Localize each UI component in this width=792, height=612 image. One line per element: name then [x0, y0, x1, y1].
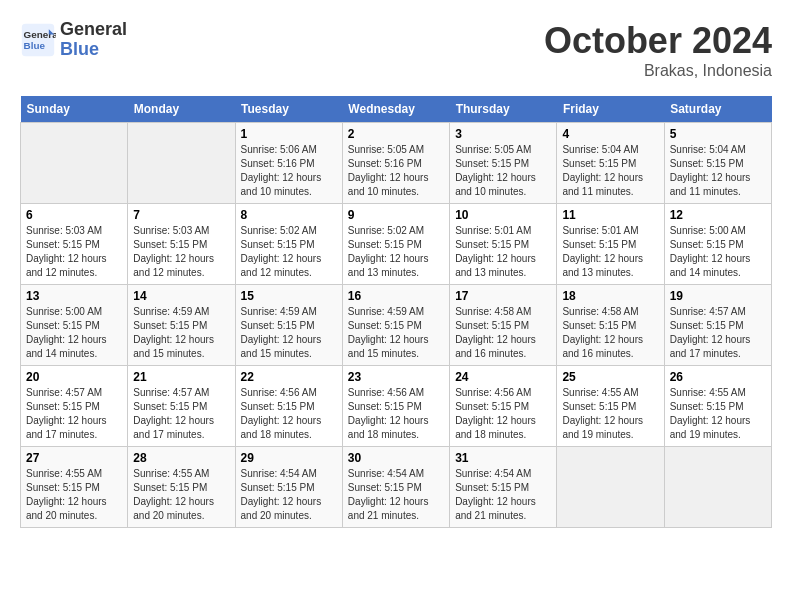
day-number: 11 [562, 208, 658, 222]
day-number: 1 [241, 127, 337, 141]
calendar-cell: 20Sunrise: 4:57 AM Sunset: 5:15 PM Dayli… [21, 366, 128, 447]
day-info: Sunrise: 4:58 AM Sunset: 5:15 PM Dayligh… [562, 305, 658, 361]
weekday-header: Sunday [21, 96, 128, 123]
calendar-cell: 28Sunrise: 4:55 AM Sunset: 5:15 PM Dayli… [128, 447, 235, 528]
day-info: Sunrise: 4:57 AM Sunset: 5:15 PM Dayligh… [26, 386, 122, 442]
day-number: 24 [455, 370, 551, 384]
calendar-cell: 5Sunrise: 5:04 AM Sunset: 5:15 PM Daylig… [664, 123, 771, 204]
day-info: Sunrise: 4:54 AM Sunset: 5:15 PM Dayligh… [241, 467, 337, 523]
day-info: Sunrise: 4:59 AM Sunset: 5:15 PM Dayligh… [241, 305, 337, 361]
day-number: 13 [26, 289, 122, 303]
calendar-cell: 26Sunrise: 4:55 AM Sunset: 5:15 PM Dayli… [664, 366, 771, 447]
day-number: 9 [348, 208, 444, 222]
logo-icon: General Blue [20, 22, 56, 58]
day-info: Sunrise: 5:03 AM Sunset: 5:15 PM Dayligh… [26, 224, 122, 280]
day-number: 26 [670, 370, 766, 384]
calendar-cell: 2Sunrise: 5:05 AM Sunset: 5:16 PM Daylig… [342, 123, 449, 204]
day-info: Sunrise: 5:06 AM Sunset: 5:16 PM Dayligh… [241, 143, 337, 199]
day-number: 27 [26, 451, 122, 465]
day-info: Sunrise: 5:04 AM Sunset: 5:15 PM Dayligh… [562, 143, 658, 199]
day-info: Sunrise: 4:58 AM Sunset: 5:15 PM Dayligh… [455, 305, 551, 361]
calendar-cell [128, 123, 235, 204]
day-number: 28 [133, 451, 229, 465]
calendar-cell: 21Sunrise: 4:57 AM Sunset: 5:15 PM Dayli… [128, 366, 235, 447]
calendar-cell: 15Sunrise: 4:59 AM Sunset: 5:15 PM Dayli… [235, 285, 342, 366]
calendar-cell [557, 447, 664, 528]
calendar-cell: 10Sunrise: 5:01 AM Sunset: 5:15 PM Dayli… [450, 204, 557, 285]
day-number: 19 [670, 289, 766, 303]
title-block: October 2024 Brakas, Indonesia [544, 20, 772, 80]
day-number: 23 [348, 370, 444, 384]
day-info: Sunrise: 4:54 AM Sunset: 5:15 PM Dayligh… [348, 467, 444, 523]
day-info: Sunrise: 4:55 AM Sunset: 5:15 PM Dayligh… [562, 386, 658, 442]
day-info: Sunrise: 5:05 AM Sunset: 5:16 PM Dayligh… [348, 143, 444, 199]
calendar-cell [21, 123, 128, 204]
month-title: October 2024 [544, 20, 772, 62]
calendar-week-row: 6Sunrise: 5:03 AM Sunset: 5:15 PM Daylig… [21, 204, 772, 285]
day-info: Sunrise: 4:59 AM Sunset: 5:15 PM Dayligh… [348, 305, 444, 361]
day-info: Sunrise: 4:59 AM Sunset: 5:15 PM Dayligh… [133, 305, 229, 361]
calendar-cell: 16Sunrise: 4:59 AM Sunset: 5:15 PM Dayli… [342, 285, 449, 366]
calendar-cell: 4Sunrise: 5:04 AM Sunset: 5:15 PM Daylig… [557, 123, 664, 204]
day-number: 5 [670, 127, 766, 141]
calendar-cell: 30Sunrise: 4:54 AM Sunset: 5:15 PM Dayli… [342, 447, 449, 528]
calendar-cell: 25Sunrise: 4:55 AM Sunset: 5:15 PM Dayli… [557, 366, 664, 447]
day-number: 2 [348, 127, 444, 141]
calendar-cell: 31Sunrise: 4:54 AM Sunset: 5:15 PM Dayli… [450, 447, 557, 528]
day-info: Sunrise: 5:02 AM Sunset: 5:15 PM Dayligh… [241, 224, 337, 280]
day-number: 6 [26, 208, 122, 222]
svg-text:Blue: Blue [24, 40, 46, 51]
logo-line1: General [60, 20, 127, 40]
day-number: 8 [241, 208, 337, 222]
day-info: Sunrise: 5:02 AM Sunset: 5:15 PM Dayligh… [348, 224, 444, 280]
day-number: 10 [455, 208, 551, 222]
day-number: 22 [241, 370, 337, 384]
day-number: 30 [348, 451, 444, 465]
calendar-cell: 6Sunrise: 5:03 AM Sunset: 5:15 PM Daylig… [21, 204, 128, 285]
calendar-week-row: 13Sunrise: 5:00 AM Sunset: 5:15 PM Dayli… [21, 285, 772, 366]
calendar-cell: 12Sunrise: 5:00 AM Sunset: 5:15 PM Dayli… [664, 204, 771, 285]
weekday-header: Monday [128, 96, 235, 123]
calendar-week-row: 27Sunrise: 4:55 AM Sunset: 5:15 PM Dayli… [21, 447, 772, 528]
day-info: Sunrise: 4:55 AM Sunset: 5:15 PM Dayligh… [670, 386, 766, 442]
day-info: Sunrise: 5:00 AM Sunset: 5:15 PM Dayligh… [26, 305, 122, 361]
day-number: 20 [26, 370, 122, 384]
calendar-cell: 18Sunrise: 4:58 AM Sunset: 5:15 PM Dayli… [557, 285, 664, 366]
calendar-cell: 24Sunrise: 4:56 AM Sunset: 5:15 PM Dayli… [450, 366, 557, 447]
day-number: 17 [455, 289, 551, 303]
day-info: Sunrise: 4:56 AM Sunset: 5:15 PM Dayligh… [241, 386, 337, 442]
calendar-cell: 7Sunrise: 5:03 AM Sunset: 5:15 PM Daylig… [128, 204, 235, 285]
logo-text: General Blue [60, 20, 127, 60]
calendar-cell [664, 447, 771, 528]
day-number: 31 [455, 451, 551, 465]
calendar-cell: 22Sunrise: 4:56 AM Sunset: 5:15 PM Dayli… [235, 366, 342, 447]
weekday-header: Saturday [664, 96, 771, 123]
calendar-cell: 29Sunrise: 4:54 AM Sunset: 5:15 PM Dayli… [235, 447, 342, 528]
day-info: Sunrise: 5:04 AM Sunset: 5:15 PM Dayligh… [670, 143, 766, 199]
calendar-week-row: 20Sunrise: 4:57 AM Sunset: 5:15 PM Dayli… [21, 366, 772, 447]
day-number: 7 [133, 208, 229, 222]
page-header: General Blue General Blue October 2024 B… [20, 20, 772, 80]
svg-text:General: General [24, 29, 56, 40]
day-info: Sunrise: 4:55 AM Sunset: 5:15 PM Dayligh… [26, 467, 122, 523]
calendar-cell: 14Sunrise: 4:59 AM Sunset: 5:15 PM Dayli… [128, 285, 235, 366]
weekday-header: Wednesday [342, 96, 449, 123]
day-info: Sunrise: 4:54 AM Sunset: 5:15 PM Dayligh… [455, 467, 551, 523]
weekday-header: Friday [557, 96, 664, 123]
weekday-header: Tuesday [235, 96, 342, 123]
calendar-cell: 8Sunrise: 5:02 AM Sunset: 5:15 PM Daylig… [235, 204, 342, 285]
calendar-cell: 23Sunrise: 4:56 AM Sunset: 5:15 PM Dayli… [342, 366, 449, 447]
calendar-cell: 27Sunrise: 4:55 AM Sunset: 5:15 PM Dayli… [21, 447, 128, 528]
logo: General Blue General Blue [20, 20, 127, 60]
day-info: Sunrise: 4:56 AM Sunset: 5:15 PM Dayligh… [455, 386, 551, 442]
day-number: 3 [455, 127, 551, 141]
calendar-cell: 17Sunrise: 4:58 AM Sunset: 5:15 PM Dayli… [450, 285, 557, 366]
day-number: 12 [670, 208, 766, 222]
calendar-table: SundayMondayTuesdayWednesdayThursdayFrid… [20, 96, 772, 528]
calendar-week-row: 1Sunrise: 5:06 AM Sunset: 5:16 PM Daylig… [21, 123, 772, 204]
day-info: Sunrise: 4:56 AM Sunset: 5:15 PM Dayligh… [348, 386, 444, 442]
calendar-cell: 9Sunrise: 5:02 AM Sunset: 5:15 PM Daylig… [342, 204, 449, 285]
day-info: Sunrise: 5:01 AM Sunset: 5:15 PM Dayligh… [562, 224, 658, 280]
day-number: 14 [133, 289, 229, 303]
location: Brakas, Indonesia [544, 62, 772, 80]
